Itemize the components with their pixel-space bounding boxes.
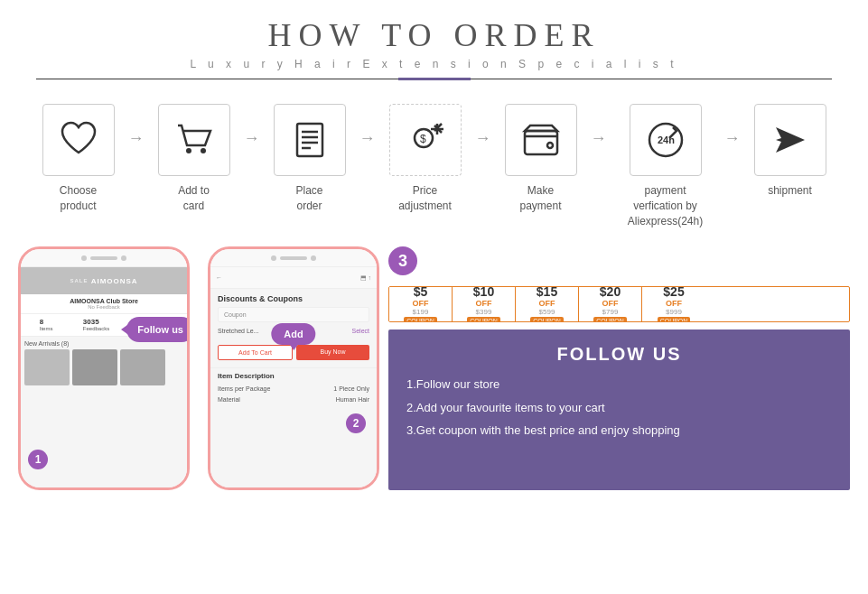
phone1-products: New Arrivals (8)	[21, 337, 187, 389]
arrow-5: →	[591, 129, 607, 148]
product-thumb-1	[24, 349, 70, 385]
step-make-payment: Makepayment	[491, 104, 591, 214]
phone1-camera	[81, 255, 87, 261]
follow-us-bubble: Follow us	[126, 317, 187, 342]
phone2-section-title: Discounts & Coupons	[210, 289, 377, 305]
price-tag-icon: $	[404, 118, 447, 162]
coupon-amount: $10	[473, 286, 494, 299]
header-divider	[36, 78, 832, 80]
svg-point-14	[547, 143, 553, 148]
add-to-cart-button[interactable]: Add To Cart	[218, 345, 293, 360]
step-icon-box-price: $	[389, 104, 462, 176]
coupon-item: $25 OFF $999 COUPON	[642, 287, 705, 321]
phone1-brand-header: SALE AIMOONSA	[21, 267, 187, 294]
follow-items-container: 1.Follow our store2.Add your favourite i…	[406, 376, 832, 440]
phone2-coupon-bar: Coupon	[218, 307, 369, 322]
divider-line-right	[471, 79, 833, 79]
step-badge-2: 2	[346, 413, 366, 433]
step-label-place-order: Placeorder	[295, 183, 322, 214]
step-price-adjustment: $ Priceadjustment	[376, 104, 475, 214]
step-add-to-card: Add tocard	[145, 104, 244, 214]
step-label-price-adjustment: Priceadjustment	[398, 183, 452, 214]
step-icon-box-wallet	[505, 104, 577, 176]
follow-panel-item: 1.Follow our store	[406, 376, 832, 394]
phone2-camera2	[311, 255, 316, 261]
phone2-desc-row-2: Material Human Hair	[210, 394, 377, 405]
step-icon-box-cart	[158, 104, 230, 176]
arrow-4: →	[475, 129, 491, 148]
step-label-payment-verification: paymentverfication byAliexpress(24h)	[628, 183, 703, 228]
svg-text:$: $	[420, 133, 426, 145]
heart-icon	[57, 118, 100, 162]
phone2-speaker	[280, 256, 307, 260]
phone1-store-info: AIMOONSA Club Store No Feedback	[21, 294, 187, 314]
step-label-shipment: shipment	[768, 183, 812, 199]
phone2-nav-bar: ← ⬒ ↑	[210, 267, 377, 289]
step-icon-box-plane	[754, 104, 826, 176]
step-payment-verification: 24h paymentverfication byAliexpress(24h)	[607, 104, 724, 228]
step-icon-box-heart	[42, 104, 115, 176]
coupon-amount: $20	[600, 286, 621, 299]
step-label-add-to-card: Add tocard	[178, 183, 210, 214]
phone-mockup-2: ← ⬒ ↑ Discounts & Coupons Coupon Stretch…	[208, 246, 379, 490]
divider-accent	[398, 78, 471, 80]
phone1-store-sub: No Feedback	[26, 304, 182, 310]
follow-panel-item: 3.Get coupon with the best price and enj…	[406, 422, 832, 440]
coupon-item: $20 OFF $799 COUPON	[579, 287, 642, 321]
phone1-product-grid	[24, 349, 183, 385]
plane-icon	[769, 118, 812, 162]
step-shipment: shipment	[741, 104, 840, 199]
bottom-section: SALE AIMOONSA AIMOONSA Club Store No Fee…	[0, 237, 868, 499]
phone1-speaker	[90, 256, 117, 260]
phone2-select-label: Select	[352, 328, 369, 334]
phone2-desc-title: Item Description	[210, 367, 377, 384]
stat-feedbacks: 3035 Feedbacks	[83, 318, 109, 332]
step-badge-1: 1	[28, 450, 48, 469]
svg-rect-2	[297, 124, 322, 156]
phone1-store-name: AIMOONSA Club Store	[26, 298, 182, 304]
phone2-top-bar	[210, 249, 377, 267]
phone2-camera	[271, 255, 276, 261]
phone2-desc-row-1: Items per Package 1 Piece Only	[210, 384, 377, 394]
phone2-back-arrow: ←	[216, 274, 222, 281]
coupon-item: $5 OFF $199 COUPON	[389, 287, 453, 321]
phone2-screen: ← ⬒ ↑ Discounts & Coupons Coupon Stretch…	[210, 267, 377, 487]
coupon-amount: $25	[663, 286, 684, 299]
step-icon-box-list	[274, 104, 346, 176]
cart-icon	[173, 118, 216, 162]
coupon-item: $10 OFF $399 COUPON	[453, 287, 516, 321]
divider-line-left	[36, 79, 398, 79]
wallet-icon	[519, 118, 563, 162]
follow-panel-item: 2.Add your favourite items to your cart	[406, 399, 832, 417]
page-subtitle: L u x u r y H a i r E x t e n s i o n S …	[0, 58, 868, 70]
stat-items: 8 Items	[40, 318, 53, 332]
arrow-3: →	[359, 129, 376, 148]
buy-now-button[interactable]: Buy Now	[296, 345, 369, 360]
phone2-icons: ⬒ ↑	[360, 274, 371, 282]
step-icon-box-clock: 24h	[630, 104, 702, 176]
add-bubble: Add	[271, 323, 315, 345]
phone1-brand-name: AIMOONSA	[91, 277, 138, 285]
clock-check-icon: 24h	[644, 118, 687, 162]
step-choose-product: Chooseproduct	[29, 104, 128, 214]
follow-panel-title: FOLLOW US	[406, 344, 832, 365]
arrow-6: →	[724, 129, 741, 148]
step3-header: 3	[388, 246, 850, 279]
phone1-camera2	[121, 255, 126, 261]
steps-row: Chooseproduct → Add tocard → Placeorder	[0, 86, 868, 237]
follow-panel: FOLLOW US 1.Follow our store2.Add your f…	[388, 329, 850, 490]
phone1-screen: SALE AIMOONSA AIMOONSA Club Store No Fee…	[21, 267, 187, 487]
svg-point-0	[186, 148, 191, 153]
coupon-item: $15 OFF $599 COUPON	[516, 287, 579, 321]
coupon-strip: $5 OFF $199 COUPON $10 OFF $399 COUPON $…	[388, 286, 850, 322]
right-panel: 3 $5 OFF $199 COUPON $10 OFF $399 COUPON…	[388, 246, 850, 490]
page-title: HOW TO ORDER	[0, 16, 868, 54]
step-place-order: Placeorder	[260, 104, 359, 214]
coupon-amount: $5	[414, 286, 428, 299]
step-label-make-payment: Makepayment	[519, 183, 561, 214]
step-label-choose-product: Chooseproduct	[60, 183, 97, 214]
arrow-2: →	[244, 129, 260, 148]
svg-point-1	[201, 148, 206, 153]
header-section: HOW TO ORDER L u x u r y H a i r E x t e…	[0, 0, 868, 86]
coupon-amount: $15	[537, 286, 557, 299]
